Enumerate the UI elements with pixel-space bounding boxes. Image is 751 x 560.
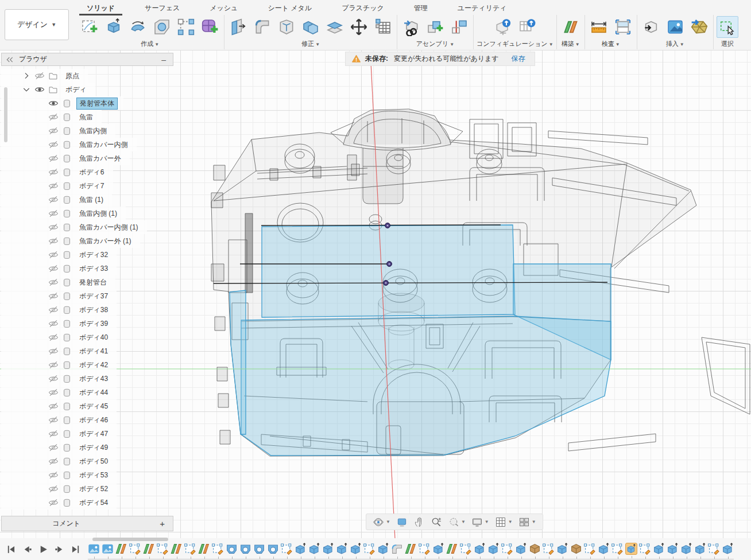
browser-body-row[interactable]: ボディ52 bbox=[1, 482, 117, 496]
window-zoom-icon[interactable]: ▼ bbox=[445, 516, 469, 528]
tab-3[interactable]: メッシュ bbox=[202, 1, 245, 15]
visibility-off-icon[interactable] bbox=[48, 484, 59, 494]
change-parameters-icon[interactable] bbox=[372, 16, 394, 38]
browser-body-row[interactable]: ボディ45 bbox=[1, 399, 117, 413]
browser-item-label[interactable]: ボディ47 bbox=[76, 429, 111, 440]
visibility-off-icon[interactable] bbox=[48, 236, 59, 246]
grid-settings-icon[interactable]: ▼ bbox=[492, 516, 516, 528]
visibility-off-icon[interactable] bbox=[48, 497, 59, 508]
visibility-off-icon[interactable] bbox=[48, 250, 59, 260]
browser-body-row[interactable]: ボディ38 bbox=[1, 303, 117, 317]
save-button[interactable]: 保存 bbox=[508, 54, 529, 64]
browser-item-label[interactable]: 魚雷内側 (1) bbox=[76, 208, 120, 219]
visibility-off-icon[interactable] bbox=[48, 332, 59, 343]
timeline-feature-image[interactable] bbox=[102, 543, 114, 555]
timeline-feature-plane[interactable] bbox=[143, 543, 155, 555]
section-analysis-icon[interactable] bbox=[612, 16, 634, 38]
toolbar-group-label[interactable]: 作成 ▼ bbox=[141, 40, 159, 48]
browser-body-row[interactable]: ボディ54 bbox=[1, 496, 117, 510]
visibility-off-icon[interactable] bbox=[48, 470, 59, 480]
browser-body-row[interactable]: 魚雷カバー外 (1) bbox=[1, 234, 140, 248]
configuration-icon[interactable] bbox=[492, 16, 514, 38]
browser-item-label[interactable]: ボディ37 bbox=[76, 291, 111, 302]
browser-item-label[interactable]: ボディ33 bbox=[76, 263, 111, 274]
visibility-off-icon[interactable] bbox=[48, 360, 59, 370]
timeline-feature-plane[interactable] bbox=[446, 543, 458, 555]
toolbar-group-label[interactable]: コンフィギュレーション ▼ bbox=[477, 40, 553, 48]
timeline-feature-extrude[interactable] bbox=[680, 543, 692, 555]
visibility-on-icon[interactable] bbox=[48, 98, 59, 108]
timeline-feature-extrude[interactable] bbox=[598, 543, 610, 555]
visibility-off-icon[interactable] bbox=[48, 442, 59, 453]
timeline-feature-revolve[interactable] bbox=[239, 543, 251, 555]
toolbar-group-label[interactable]: 挿入 ▼ bbox=[666, 40, 684, 48]
browser-body-row[interactable]: ボディ33 bbox=[1, 262, 117, 275]
browser-body-row[interactable]: 発射管本体 bbox=[1, 96, 123, 110]
visibility-off-icon[interactable] bbox=[48, 208, 59, 219]
browser-item-label[interactable]: ボディ52 bbox=[76, 484, 111, 495]
browser-body-row[interactable]: 魚雷カバー内側 (1) bbox=[1, 220, 147, 234]
pan-icon[interactable] bbox=[411, 516, 428, 528]
construction-plane-icon[interactable] bbox=[560, 16, 582, 38]
timeline-feature-sketch[interactable] bbox=[611, 543, 624, 555]
browser-item-label[interactable]: 魚雷カバー外 bbox=[76, 153, 124, 164]
tab-7[interactable]: ユーティリティ bbox=[450, 1, 514, 15]
browser-item-label[interactable]: ボディ45 bbox=[76, 401, 111, 412]
browser-header[interactable]: ブラウザ – bbox=[1, 53, 173, 66]
browser-item-label[interactable]: ボディ6 bbox=[76, 167, 107, 178]
toolbar-group-label[interactable]: アセンブリ ▼ bbox=[416, 40, 454, 48]
fillet-icon[interactable] bbox=[251, 16, 273, 38]
revolve-icon[interactable] bbox=[127, 16, 149, 38]
design-menu-button[interactable]: デザイン ▼ bbox=[5, 9, 69, 40]
timeline-feature-sketch[interactable] bbox=[212, 543, 224, 555]
chevron-down-icon[interactable]: ▼ bbox=[461, 519, 466, 524]
visibility-off-icon[interactable] bbox=[48, 401, 59, 411]
visibility-off-icon[interactable] bbox=[48, 277, 59, 287]
play-button[interactable] bbox=[38, 544, 49, 555]
chevron-right-icon[interactable] bbox=[22, 71, 31, 80]
browser-scrollbar[interactable] bbox=[4, 87, 7, 142]
browser-body-row[interactable]: ボディ40 bbox=[1, 330, 117, 344]
visibility-off-icon[interactable] bbox=[48, 456, 59, 466]
minimize-panel-button[interactable]: – bbox=[161, 55, 166, 64]
timeline-feature-sketch[interactable] bbox=[363, 543, 376, 555]
timeline-feature-extrude[interactable] bbox=[308, 543, 320, 555]
comment-panel[interactable]: コメント + bbox=[1, 516, 173, 531]
visibility-off-icon[interactable] bbox=[48, 346, 59, 356]
combine-icon[interactable] bbox=[300, 16, 322, 38]
browser-item-label[interactable]: ボディ50 bbox=[76, 456, 111, 467]
visibility-off-icon[interactable] bbox=[48, 291, 59, 301]
visibility-off-icon[interactable] bbox=[48, 222, 59, 232]
browser-body-row[interactable]: ボディ53 bbox=[1, 468, 117, 482]
timeline-feature-sketch[interactable] bbox=[584, 543, 596, 555]
timeline-feature-sketch[interactable] bbox=[639, 543, 651, 555]
timeline-feature-sketch[interactable] bbox=[708, 543, 720, 555]
visibility-off-icon[interactable] bbox=[48, 153, 59, 164]
timeline-feature-appearance[interactable] bbox=[529, 543, 541, 555]
toolbar-group-label[interactable]: 検査 ▼ bbox=[602, 40, 620, 48]
configuration-table-icon[interactable] bbox=[516, 16, 538, 38]
tab-2[interactable]: サーフェス bbox=[137, 1, 187, 15]
new-component-icon[interactable] bbox=[424, 16, 446, 38]
insert-into-design-icon[interactable] bbox=[640, 16, 662, 38]
tab-4[interactable]: シート メタル bbox=[260, 1, 319, 15]
browser-item-label[interactable]: ボディ40 bbox=[76, 332, 111, 343]
tab-6[interactable]: 管理 bbox=[407, 1, 435, 15]
visibility-off-icon[interactable] bbox=[48, 305, 59, 315]
timeline-feature-sketch[interactable] bbox=[157, 543, 169, 555]
press-pull-icon[interactable] bbox=[227, 16, 249, 38]
browser-item-label[interactable]: ボディ38 bbox=[76, 305, 111, 316]
browser-body-row[interactable]: 魚雷 (1) bbox=[1, 193, 112, 207]
timeline-scrollbar[interactable] bbox=[92, 538, 168, 541]
visibility-off-icon[interactable] bbox=[48, 112, 59, 122]
browser-item-label[interactable]: 魚雷 (1) bbox=[76, 195, 106, 205]
timeline-feature-appearance[interactable] bbox=[570, 543, 582, 555]
timeline-feature-sketch[interactable] bbox=[501, 543, 513, 555]
timeline-feature-extrude[interactable] bbox=[556, 543, 568, 555]
browser-item-label[interactable]: 魚雷カバー内側 bbox=[76, 139, 131, 150]
visibility-off-icon[interactable] bbox=[48, 318, 59, 329]
browser-item-label[interactable]: ボディ42 bbox=[76, 360, 111, 371]
add-comment-button[interactable]: + bbox=[160, 519, 165, 528]
browser-body-row[interactable]: 発射管台 bbox=[1, 275, 115, 289]
browser-item-label[interactable]: 魚雷内側 bbox=[76, 126, 110, 137]
